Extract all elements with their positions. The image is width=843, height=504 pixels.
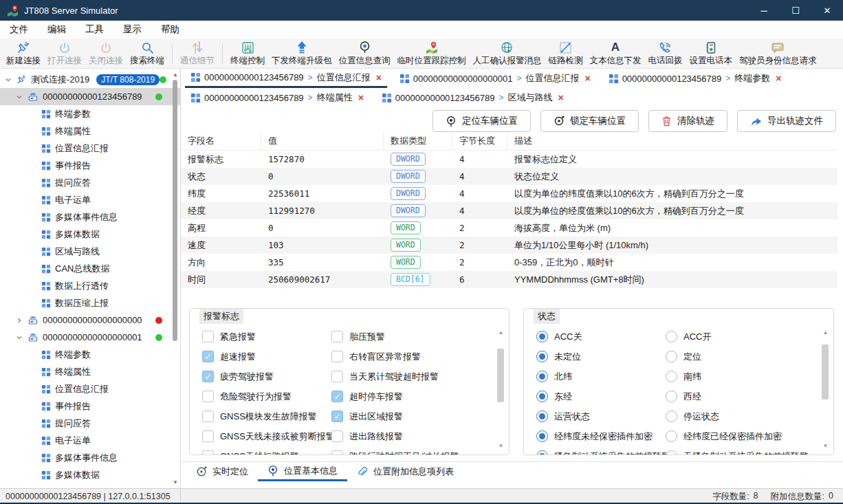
status-radio-item[interactable]: 定位 <box>666 351 818 363</box>
tree-item-terminal-attrs[interactable]: 终端属性 <box>0 122 180 140</box>
scroll-down-icon[interactable]: ▼ <box>496 443 506 449</box>
status-radio-item[interactable]: 经纬度未经保密插件加密 <box>524 430 666 443</box>
table-row[interactable]: 状态 0 DWORD 4 状态位定义 <box>181 168 837 185</box>
chevron-down-icon[interactable] <box>4 76 12 83</box>
radio[interactable] <box>666 371 677 382</box>
set-phonebook-button[interactable]: 设置电话本 <box>690 41 733 67</box>
status-radio-item[interactable]: ACC开 <box>666 331 818 343</box>
checkbox-checked[interactable]: ✓ <box>331 391 343 402</box>
alarm-checkbox-item[interactable]: ✓危险驾驶行为报警 <box>190 391 331 403</box>
status-radio-item[interactable]: 南纬 <box>666 371 818 383</box>
temp-tracking-button[interactable]: 临时位置跟踪控制 <box>397 41 466 67</box>
scroll-up-icon[interactable]: ▲ <box>171 72 179 78</box>
menu-view[interactable]: 显示 <box>123 23 142 36</box>
menu-tools[interactable]: 工具 <box>85 23 104 36</box>
tree-item-location-report[interactable]: 位置信息汇报 <box>0 140 180 157</box>
alarm-checkbox-item[interactable]: ✓GNSS模块发生故障报警 <box>190 410 331 423</box>
scrollbar-thumb[interactable] <box>822 344 829 399</box>
radio[interactable] <box>666 450 677 455</box>
driver-id-request-button[interactable]: 驾驶员身份信息请求 <box>739 41 817 67</box>
status-radio-item[interactable]: 无紧急制动系统采集的前撞预警 <box>666 450 818 456</box>
tab-close-icon[interactable]: × <box>584 73 590 84</box>
tree-item-ewaybill[interactable]: 电子运单 <box>0 432 180 449</box>
status-radio-item[interactable]: 北纬 <box>524 371 666 383</box>
tab-realtime-location[interactable]: 实时定位 <box>186 462 258 481</box>
tab-location-basic-info[interactable]: 位置基本信息 <box>258 462 347 481</box>
menu-edit[interactable]: 编辑 <box>47 23 66 36</box>
radio[interactable] <box>666 430 677 442</box>
tab-terminal-attrs[interactable]: 00000000000123456789 > 终端属性 × <box>185 88 369 107</box>
alarm-checkbox-item[interactable]: ✓进出路线报警 <box>331 430 494 443</box>
open-connection-button[interactable]: 打开连接 <box>47 41 82 67</box>
close-connection-button[interactable]: 关闭连接 <box>89 41 123 67</box>
status-radio-item[interactable]: 运营状态 <box>524 410 666 423</box>
alarm-checkbox-item[interactable]: ✓当天累计驾驶超时报警 <box>331 371 494 383</box>
alarm-checkbox-item[interactable]: ✓超时停车报警 <box>331 391 494 403</box>
tab-location-report-2[interactable]: 00000000000000000001 > 位置信息汇报 × <box>394 69 596 88</box>
radio-selected[interactable] <box>536 331 548 342</box>
tree-item-data-uplink[interactable]: 数据上行透传 <box>0 277 180 294</box>
radio[interactable] <box>666 331 677 342</box>
table-row[interactable]: 时间 250609002617 BCD[6] 6 YYMMDDhhmmss (G… <box>181 271 837 288</box>
status-radio-item[interactable]: 停运状态 <box>666 410 818 423</box>
scroll-up-icon[interactable]: ▲ <box>496 329 506 336</box>
checkbox[interactable]: ✓ <box>202 331 214 342</box>
tree-item-event-report[interactable]: 事件报告 <box>0 157 180 174</box>
checkbox-checked[interactable]: ✓ <box>331 410 343 422</box>
tree-item-terminal-attrs[interactable]: 终端属性 <box>0 363 180 380</box>
export-track-button[interactable]: 导出轨迹文件 <box>737 110 836 132</box>
radio-selected[interactable] <box>536 391 548 402</box>
close-button[interactable]: ✕ <box>811 0 843 21</box>
alarm-checkbox-item[interactable]: ✓进出区域报警 <box>331 410 494 423</box>
checkbox[interactable]: ✓ <box>202 410 214 422</box>
radio-selected[interactable] <box>536 410 548 422</box>
checkbox[interactable]: ✓ <box>331 331 343 342</box>
status-radio-item[interactable]: 东经 <box>524 391 666 403</box>
tree-item-terminal-params[interactable]: 终端参数 <box>0 105 180 122</box>
tab-location-report-1[interactable]: 00000000000123456789 > 位置信息汇报 × <box>185 69 387 88</box>
checkbox[interactable]: ✓ <box>331 371 343 382</box>
new-connection-button[interactable]: 新建连接 <box>6 41 41 67</box>
tree-item-area-route[interactable]: 区域与路线 <box>0 243 180 260</box>
sidebar-scrollbar[interactable]: ▲ ▼ <box>171 70 179 487</box>
checkbox[interactable]: ✓ <box>331 450 343 455</box>
minimize-button[interactable]: ─ <box>748 0 780 21</box>
phone-callback-button[interactable]: 电话回拨 <box>648 41 683 67</box>
tab-close-icon[interactable]: × <box>376 72 382 83</box>
tree-item-multimedia-data[interactable]: 多媒体数据 <box>0 466 180 483</box>
tree-connection-row[interactable]: 测试连接-2019 JT/T 808-2019 <box>0 71 180 88</box>
checkbox[interactable]: ✓ <box>202 450 214 455</box>
lock-vehicle-button[interactable]: 锁定车辆位置 <box>540 110 639 132</box>
table-row[interactable]: 方向 335 WORD 2 0-359，正北为0，顺时针 <box>181 254 837 271</box>
tree-item-multimedia-event[interactable]: 多媒体事件信息 <box>0 208 180 226</box>
tree-item-can-bus[interactable]: CAN总线数据 <box>0 260 180 277</box>
status-panel-scrollbar[interactable]: ▲ ▼ <box>820 329 831 449</box>
alarm-checkbox-item[interactable]: ✓超速报警 <box>190 351 331 363</box>
radio-selected[interactable] <box>536 371 548 382</box>
tree-terminal-row[interactable]: 00000000000123456789 <box>0 88 180 105</box>
scroll-down-icon[interactable]: ▼ <box>171 479 179 485</box>
chevron-down-icon[interactable] <box>15 334 23 341</box>
alarm-checkbox-item[interactable]: ✓胎压预警 <box>331 331 494 343</box>
menu-help[interactable]: 帮助 <box>161 23 179 36</box>
tab-close-icon[interactable]: × <box>558 92 563 103</box>
alarm-checkbox-item[interactable]: ✓路段行驶时间不足/过长报警 <box>331 450 494 456</box>
link-detect-button[interactable]: 链路检测 <box>549 41 583 67</box>
confirm-alarm-button[interactable]: 人工确认报警消息 <box>473 41 542 67</box>
chevron-down-icon[interactable] <box>15 94 23 100</box>
table-row[interactable]: 经度 112991270 DWORD 4 以度为单位的经度值乘以10的6次方，精… <box>181 202 837 219</box>
table-row[interactable]: 速度 103 WORD 2 单位为1/10公里每小时 (1/10km/h) <box>181 237 837 254</box>
radio[interactable] <box>666 391 677 402</box>
alarm-checkbox-item[interactable]: ✓GNSS天线短路报警 <box>190 450 331 456</box>
tab-close-icon[interactable]: × <box>776 73 781 84</box>
tree-item-data-compress[interactable]: 数据压缩上报 <box>0 294 180 311</box>
chevron-right-icon[interactable] <box>15 317 23 324</box>
checkbox[interactable]: ✓ <box>202 430 214 442</box>
tab-close-icon[interactable]: × <box>358 92 364 103</box>
tree-item-event-report[interactable]: 事件报告 <box>0 397 180 415</box>
radio-selected[interactable] <box>536 430 548 442</box>
radio-selected[interactable] <box>536 450 548 455</box>
menu-file[interactable]: 文件 <box>10 23 28 36</box>
tree-terminal-row[interactable]: 00000000000000000001 <box>0 329 180 346</box>
status-radio-item[interactable]: 西经 <box>666 391 818 403</box>
